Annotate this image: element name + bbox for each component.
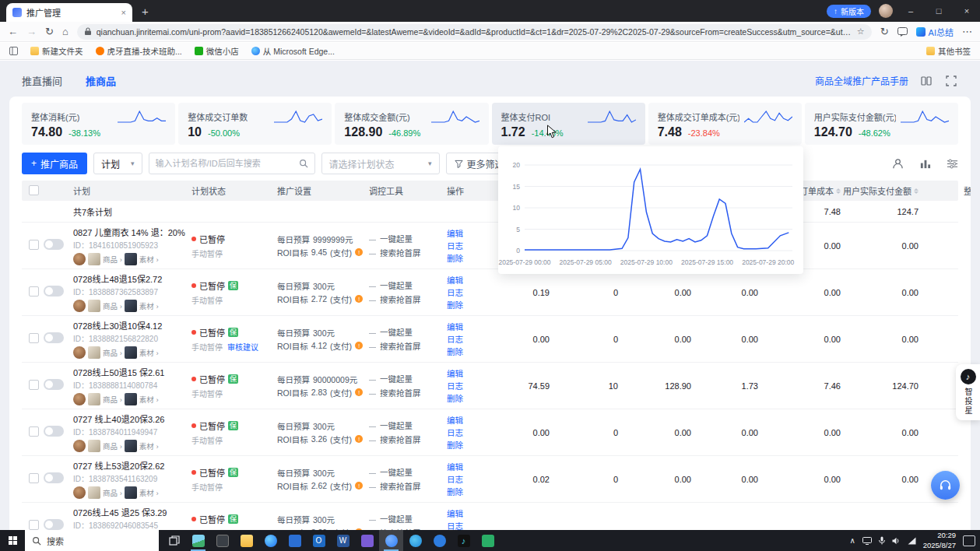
campaign-name[interactable]: 0726线上45 退25 保3.29 — [73, 506, 185, 518]
row-checkbox[interactable] — [29, 380, 39, 390]
taskbar-search[interactable]: 搜索 — [25, 530, 159, 551]
search-top-screen[interactable]: 搜索抢首屏 — [380, 247, 421, 258]
taskbar-app-chat[interactable] — [379, 530, 403, 551]
sort-icon[interactable] — [914, 188, 919, 194]
metric-card-gmv[interactable]: 整体成交金额(元) 128.90-46.89% — [335, 103, 488, 145]
network-icon[interactable] — [908, 537, 916, 545]
promote-product-button[interactable]: +推广商品 — [22, 153, 87, 174]
log-link[interactable]: 日志 — [447, 473, 483, 485]
plan-select[interactable]: 计划▾ — [93, 153, 142, 174]
taskbar-app-display[interactable] — [210, 530, 234, 551]
edit-link[interactable]: 编辑 — [447, 367, 483, 379]
taskbar-app-circle[interactable] — [403, 530, 427, 551]
campaign-name[interactable]: 0728线上48退15保2.72 — [73, 272, 185, 285]
manual-link[interactable]: 商品全域推广产品手册 — [815, 74, 908, 87]
one-key-boost[interactable]: 一键起量 — [380, 419, 413, 431]
taskbar-app-douyin[interactable]: ♪ — [451, 530, 476, 551]
search-top-screen[interactable]: 搜索抢首屏 — [380, 387, 421, 398]
fullscreen-icon[interactable] — [944, 74, 958, 88]
columns-icon[interactable] — [919, 158, 931, 170]
taskbar-app-wechat[interactable] — [476, 530, 500, 551]
bookmark-star-icon[interactable]: ☆ — [857, 26, 865, 37]
product-link[interactable]: 商品 › — [103, 487, 122, 498]
campaign-name[interactable]: 0728线上50退15 保2.61 — [73, 366, 185, 378]
row-toggle[interactable] — [44, 379, 64, 390]
tab-live-room[interactable]: 推直播间 — [22, 73, 62, 88]
mic-icon[interactable] — [879, 536, 885, 545]
window-maximize-button[interactable]: □ — [929, 6, 949, 16]
log-link[interactable]: 日志 — [447, 520, 483, 530]
layout-icon[interactable] — [919, 74, 933, 88]
edit-link[interactable]: 编辑 — [447, 274, 483, 286]
column-header-status[interactable]: 计划状态 — [185, 184, 271, 197]
url-bar[interactable]: qianchuan.jinritemai.com/uni-prom?aavid=… — [77, 24, 872, 40]
material-link[interactable]: 素材 › — [139, 347, 159, 358]
material-link[interactable]: 素材 › — [139, 440, 159, 451]
column-header-actions[interactable]: 操作 — [441, 184, 483, 197]
sync-icon[interactable]: ↻ — [880, 26, 889, 37]
taskbar-app-explorer[interactable] — [234, 530, 258, 551]
browser-tab[interactable]: 推广管理 × — [6, 3, 132, 22]
ai-summary-button[interactable]: AI总结 — [916, 26, 954, 38]
review-suggestion-link[interactable]: 审核建议 — [227, 341, 258, 353]
campaign-name[interactable]: 0827 儿童雨衣 14% 退：20% 保：9.92 — [73, 226, 185, 238]
bookmark-item[interactable]: 新建文件夹 — [30, 45, 83, 57]
bookmark-item[interactable]: 从 Microsoft Edge... — [251, 45, 335, 57]
row-toggle[interactable] — [44, 472, 64, 483]
start-button[interactable] — [0, 530, 25, 551]
zhitouxing-widget[interactable]: ♪ 智投星 — [956, 364, 980, 420]
material-link[interactable]: 素材 › — [139, 394, 159, 405]
search-top-screen[interactable]: 搜索抢首屏 — [380, 340, 421, 352]
log-link[interactable]: 日志 — [447, 333, 483, 345]
log-link[interactable]: 日志 — [447, 426, 483, 438]
delete-link[interactable]: 删除 — [447, 346, 483, 357]
collections-icon[interactable] — [9, 47, 18, 55]
one-key-boost[interactable]: 一键起量 — [380, 466, 413, 478]
window-minimize-button[interactable]: – — [901, 6, 921, 16]
account-icon[interactable] — [892, 158, 904, 170]
search-input[interactable] — [156, 159, 294, 168]
column-header-plan[interactable]: 计划 — [67, 184, 185, 197]
one-key-boost[interactable]: 一键起量 — [380, 373, 413, 384]
tray-chevron-up-icon[interactable]: ∧ — [849, 536, 855, 545]
tab-products[interactable]: 推商品 — [86, 73, 116, 88]
log-link[interactable]: 日志 — [447, 286, 483, 298]
back-icon[interactable]: ← — [8, 26, 18, 37]
search-top-screen[interactable]: 搜索抢首屏 — [380, 480, 421, 492]
forward-icon[interactable]: → — [26, 26, 37, 37]
column-header-paid[interactable]: 用户实际支付金额 — [842, 184, 920, 197]
bookmark-item[interactable]: 微信小店 — [195, 45, 239, 57]
product-link[interactable]: 商品 › — [103, 300, 122, 311]
edit-link[interactable]: 编辑 — [447, 227, 483, 239]
edit-link[interactable]: 编辑 — [447, 507, 483, 519]
taskbar-app-browser[interactable] — [427, 530, 451, 551]
column-header-settings[interactable]: 推广设置 — [271, 184, 363, 197]
task-view-button[interactable] — [162, 530, 186, 551]
metric-card-paid[interactable]: 用户实际支付金额(元) 124.70-48.62% — [805, 103, 958, 145]
reload-icon[interactable]: ↻ — [45, 26, 54, 37]
tab-close-icon[interactable]: × — [121, 8, 126, 17]
row-checkbox[interactable] — [29, 473, 39, 483]
log-link[interactable]: 日志 — [447, 240, 483, 251]
taskbar-app-photos[interactable] — [186, 530, 210, 551]
product-link[interactable]: 商品 › — [103, 254, 122, 265]
material-link[interactable]: 素材 › — [139, 300, 159, 311]
customer-service-button[interactable] — [931, 471, 960, 500]
metric-card-orders[interactable]: 整体成交订单数 10-50.00% — [178, 103, 332, 145]
notification-center-icon[interactable] — [963, 535, 975, 546]
edit-link[interactable]: 编辑 — [447, 414, 483, 426]
volume-icon[interactable] — [892, 537, 901, 545]
sort-icon[interactable] — [836, 188, 841, 194]
delete-link[interactable]: 删除 — [447, 299, 483, 311]
home-icon[interactable]: ⌂ — [62, 26, 68, 37]
row-checkbox[interactable] — [29, 520, 39, 530]
row-toggle[interactable] — [44, 286, 64, 297]
one-key-boost[interactable]: 一键起量 — [380, 233, 413, 244]
browser-avatar[interactable] — [879, 4, 893, 18]
campaign-name[interactable]: 0727 线上40退20保3.26 — [73, 412, 185, 425]
column-header-overall[interactable]: 整体 — [920, 184, 971, 197]
one-key-boost[interactable]: 一键起量 — [380, 513, 413, 525]
metric-card-roi[interactable]: 整体支付ROI 1.72-14.43% — [492, 103, 645, 145]
material-link[interactable]: 素材 › — [139, 487, 159, 498]
row-checkbox[interactable] — [29, 426, 39, 437]
